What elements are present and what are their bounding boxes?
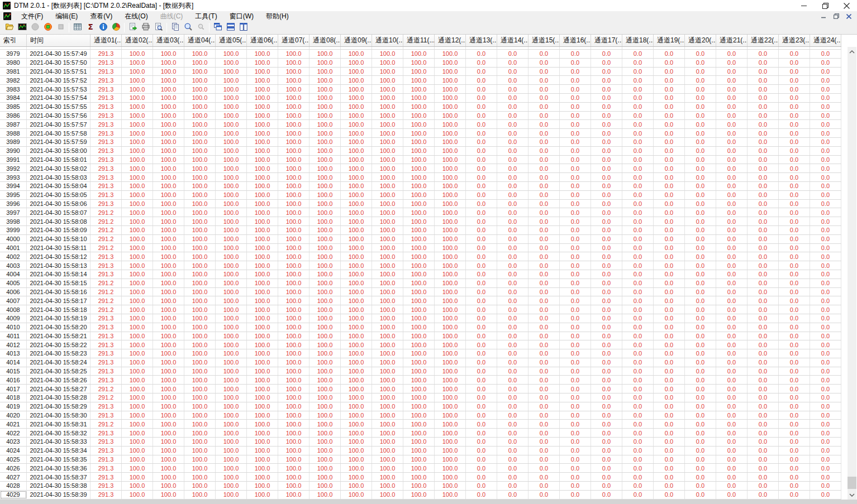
cell-channel-value[interactable]: 100.0 <box>216 85 247 93</box>
cell-channel-value[interactable]: 0.0 <box>466 270 497 279</box>
cell-channel-value[interactable]: 0.0 <box>779 103 810 111</box>
cell-channel-value[interactable]: 100.0 <box>247 120 278 128</box>
cell-channel-value[interactable]: 100.0 <box>153 473 184 481</box>
cell-channel-value[interactable]: 100.0 <box>247 112 278 120</box>
cell-channel-value[interactable]: 0.0 <box>716 411 748 420</box>
cell-channel-value[interactable]: 0.0 <box>591 68 622 76</box>
cell-channel-value[interactable]: 0.0 <box>716 235 748 243</box>
cell-channel-value[interactable]: 100.0 <box>247 200 278 208</box>
cell-channel-value[interactable]: 100.0 <box>310 226 341 234</box>
cell-time[interactable]: 2021-04-30 15:58:07 <box>27 208 91 217</box>
cell-channel-value[interactable]: 100.0 <box>341 112 372 120</box>
cell-channel-value[interactable]: 100.0 <box>278 164 310 172</box>
cell-channel-value[interactable]: 100.0 <box>403 305 435 314</box>
cell-channel-value[interactable]: 100.0 <box>184 464 216 472</box>
cell-channel-value[interactable]: 100.0 <box>122 376 153 384</box>
cell-channel-value[interactable]: 0.0 <box>748 411 779 420</box>
cell-channel-value[interactable]: 0.0 <box>560 112 591 120</box>
cell-channel-value[interactable]: 291.3 <box>91 455 122 464</box>
cell-channel-value[interactable]: 0.0 <box>560 226 591 234</box>
cell-channel-value[interactable]: 291.3 <box>91 94 122 102</box>
cell-channel-value[interactable]: 100.0 <box>153 376 184 384</box>
cell-channel-value[interactable]: 0.0 <box>622 429 654 437</box>
cell-channel-value[interactable]: 0.0 <box>497 129 529 137</box>
cell-channel-value[interactable]: 0.0 <box>622 376 654 384</box>
cell-channel-value[interactable]: 0.0 <box>810 332 841 340</box>
cell-channel-value[interactable]: 0.0 <box>497 464 529 472</box>
cell-channel-value[interactable]: 100.0 <box>216 200 247 208</box>
cell-channel-value[interactable]: 0.0 <box>560 173 591 181</box>
cell-channel-value[interactable]: 100.0 <box>122 314 153 323</box>
cell-channel-value[interactable]: 100.0 <box>278 385 310 393</box>
cell-channel-value[interactable]: 0.0 <box>748 76 779 84</box>
cell-channel-value[interactable]: 100.0 <box>435 473 466 481</box>
cell-channel-value[interactable]: 0.0 <box>716 491 748 499</box>
cell-channel-value[interactable]: 291.3 <box>91 358 122 367</box>
cell-channel-value[interactable]: 0.0 <box>622 473 654 481</box>
cell-channel-value[interactable]: 100.0 <box>372 112 403 120</box>
cell-channel-value[interactable]: 100.0 <box>403 200 435 208</box>
cell-channel-value[interactable]: 0.0 <box>685 191 716 199</box>
cell-channel-value[interactable]: 0.0 <box>591 438 622 446</box>
cell-channel-value[interactable]: 100.0 <box>247 261 278 270</box>
cell-channel-value[interactable]: 100.0 <box>310 156 341 164</box>
cell-channel-value[interactable]: 0.0 <box>654 59 685 67</box>
cell-channel-value[interactable]: 0.0 <box>466 173 497 181</box>
column-header-channel18[interactable]: 通道18(... <box>622 35 654 46</box>
cell-channel-value[interactable]: 291.3 <box>91 429 122 437</box>
cell-channel-value[interactable]: 0.0 <box>748 393 779 402</box>
cell-index[interactable]: 3991 <box>0 156 27 164</box>
cell-index[interactable]: 3984 <box>0 94 27 102</box>
cell-channel-value[interactable]: 0.0 <box>622 367 654 376</box>
cell-channel-value[interactable]: 0.0 <box>748 323 779 332</box>
cell-channel-value[interactable]: 0.0 <box>779 323 810 332</box>
cell-channel-value[interactable]: 0.0 <box>654 288 685 296</box>
cell-channel-value[interactable]: 0.0 <box>560 482 591 490</box>
cell-channel-value[interactable]: 0.0 <box>466 120 497 128</box>
cell-channel-value[interactable]: 291.3 <box>91 173 122 181</box>
cell-channel-value[interactable]: 0.0 <box>654 200 685 208</box>
cell-channel-value[interactable]: 100.0 <box>184 429 216 437</box>
cell-channel-value[interactable]: 0.0 <box>466 491 497 499</box>
cell-channel-value[interactable]: 0.0 <box>685 103 716 111</box>
cell-channel-value[interactable]: 100.0 <box>310 200 341 208</box>
cell-channel-value[interactable]: 0.0 <box>622 296 654 305</box>
cell-channel-value[interactable]: 0.0 <box>591 164 622 172</box>
cell-channel-value[interactable]: 100.0 <box>372 367 403 376</box>
cell-channel-value[interactable]: 100.0 <box>372 402 403 411</box>
cell-time[interactable]: 2021-04-30 15:58:01 <box>27 156 91 164</box>
cell-channel-value[interactable]: 100.0 <box>341 411 372 420</box>
cell-channel-value[interactable]: 100.0 <box>184 68 216 76</box>
cell-channel-value[interactable]: 0.0 <box>810 103 841 111</box>
column-header-channel16[interactable]: 通道16(... <box>560 35 591 46</box>
cell-channel-value[interactable]: 100.0 <box>153 235 184 243</box>
cell-channel-value[interactable]: 100.0 <box>278 182 310 190</box>
cell-channel-value[interactable]: 291.3 <box>91 332 122 340</box>
cell-time[interactable]: 2021-04-30 15:58:03 <box>27 173 91 181</box>
cell-channel-value[interactable]: 0.0 <box>622 138 654 146</box>
cell-channel-value[interactable]: 100.0 <box>372 68 403 76</box>
cell-channel-value[interactable]: 0.0 <box>748 182 779 190</box>
cell-channel-value[interactable]: 0.0 <box>466 411 497 420</box>
cell-channel-value[interactable]: 100.0 <box>216 482 247 490</box>
cell-channel-value[interactable]: 100.0 <box>247 76 278 84</box>
cell-channel-value[interactable]: 0.0 <box>685 279 716 287</box>
cell-channel-value[interactable]: 100.0 <box>310 420 341 428</box>
cell-channel-value[interactable]: 100.0 <box>247 491 278 499</box>
cell-channel-value[interactable]: 0.0 <box>466 103 497 111</box>
cell-channel-value[interactable]: 100.0 <box>278 112 310 120</box>
cell-channel-value[interactable]: 0.0 <box>685 402 716 411</box>
cell-channel-value[interactable]: 100.0 <box>247 385 278 393</box>
cell-channel-value[interactable]: 0.0 <box>560 261 591 270</box>
cell-channel-value[interactable]: 100.0 <box>278 447 310 455</box>
cell-channel-value[interactable]: 0.0 <box>779 156 810 164</box>
cell-channel-value[interactable]: 100.0 <box>247 402 278 411</box>
cell-channel-value[interactable]: 100.0 <box>341 200 372 208</box>
cell-channel-value[interactable]: 100.0 <box>341 164 372 172</box>
cell-channel-value[interactable]: 0.0 <box>779 349 810 358</box>
cell-channel-value[interactable]: 100.0 <box>278 59 310 67</box>
cell-channel-value[interactable]: 100.0 <box>153 208 184 217</box>
cell-channel-value[interactable]: 0.0 <box>654 47 685 49</box>
cell-channel-value[interactable]: 0.0 <box>716 420 748 428</box>
cell-channel-value[interactable]: 0.0 <box>497 288 529 296</box>
